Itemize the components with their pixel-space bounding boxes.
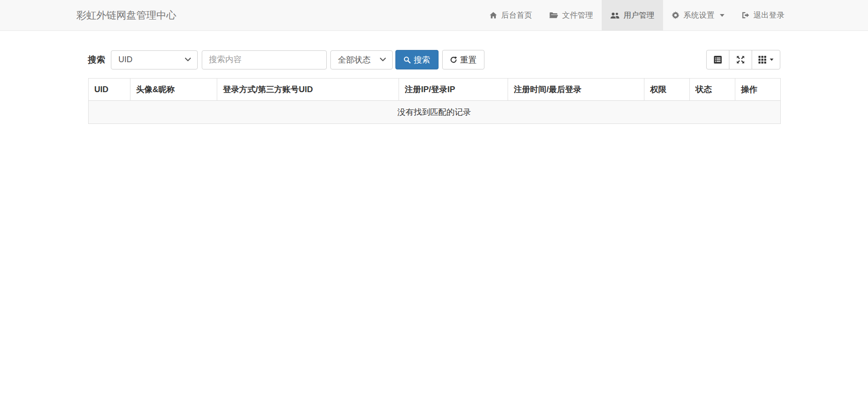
col-header-status: 状态 [689,79,735,101]
nav-item-settings[interactable]: 系统设置 [663,0,733,30]
brand-title[interactable]: 彩虹外链网盘管理中心 [76,0,176,30]
main-nav: 后台首页 文件管理 用户管理 系统设置 退出登录 [481,0,793,30]
col-header-login-method: 登录方式/第三方账号UID [217,79,399,101]
users-table: UID 头像&昵称 登录方式/第三方账号UID 注册IP/登录IP 注册时间/最… [88,78,781,124]
nav-item-users[interactable]: 用户管理 [602,0,663,30]
chevron-down-icon [380,58,386,62]
chevron-down-icon [720,14,724,17]
fullscreen-icon [736,55,745,64]
status-select-value: 全部状态 [338,54,371,65]
empty-row: 没有找到匹配的记录 [88,101,780,124]
search-field-value: UID [119,55,133,64]
list-icon [713,55,722,64]
reset-button-label: 重置 [460,54,477,65]
users-icon [610,12,619,19]
col-header-uid: UID [88,79,130,101]
chevron-down-icon [185,58,191,62]
status-select[interactable]: 全部状态 [330,50,393,69]
search-toolbar: 搜索 UID 全部状态 搜索 重置 [88,50,780,69]
nav-item-label: 用户管理 [624,10,654,20]
table-header-row: UID 头像&昵称 登录方式/第三方账号UID 注册IP/登录IP 注册时间/最… [88,79,780,101]
sign-out-icon [742,11,749,19]
col-header-avatar-nickname: 头像&昵称 [130,79,217,101]
nav-item-label: 系统设置 [683,10,714,20]
col-header-permission: 权限 [644,79,689,101]
col-header-register-time: 注册时间/最后登录 [508,79,644,101]
search-label: 搜索 [88,54,105,66]
search-input[interactable] [202,50,327,69]
nav-item-label: 后台首页 [501,10,532,20]
nav-item-label: 文件管理 [562,10,593,20]
nav-item-logout[interactable]: 退出登录 [733,0,793,30]
pagination-toggle-button[interactable] [706,50,729,69]
no-records-message: 没有找到匹配的记录 [88,101,780,124]
search-button[interactable]: 搜索 [395,50,439,69]
col-header-actions: 操作 [735,79,780,101]
grid-icon [758,56,766,64]
nav-item-files[interactable]: 文件管理 [541,0,602,30]
fullscreen-button[interactable] [729,50,752,69]
folder-open-icon [549,12,558,19]
refresh-icon [450,56,457,64]
chevron-down-icon [770,59,773,61]
main-container: 搜索 UID 全部状态 搜索 重置 [88,50,780,124]
search-field-select[interactable]: UID [111,50,198,69]
col-header-ip: 注册IP/登录IP [399,79,508,101]
search-button-label: 搜索 [414,54,430,65]
top-navbar: 彩虹外链网盘管理中心 后台首页 文件管理 用户管理 系统设置 [0,0,868,31]
columns-button[interactable] [752,50,780,69]
search-icon [404,56,411,64]
nav-item-label: 退出登录 [753,10,784,20]
gear-icon [672,11,679,19]
home-icon [489,11,497,19]
nav-item-dashboard[interactable]: 后台首页 [481,0,541,30]
table-toolbar-group [706,50,780,69]
reset-button[interactable]: 重置 [442,50,484,69]
